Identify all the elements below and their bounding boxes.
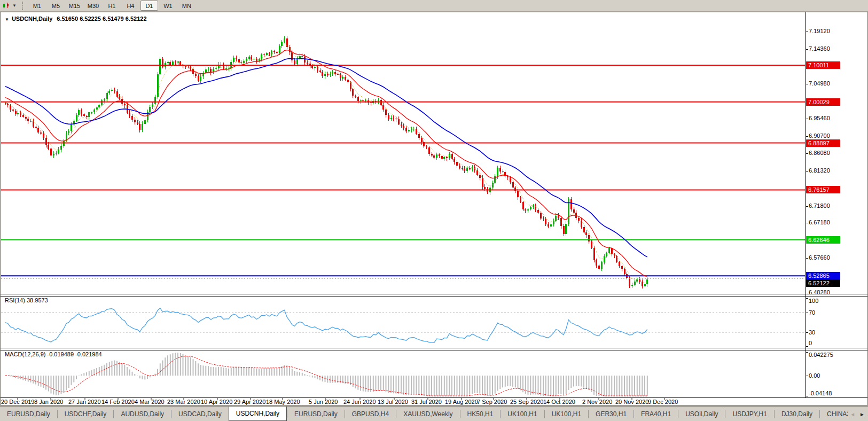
price-axis-label: 6.67180 bbox=[809, 219, 830, 225]
chart-tab-fra40-12[interactable]: FRA40,H1 bbox=[634, 407, 678, 421]
pane-splitter-rsi[interactable] bbox=[1, 294, 867, 297]
timeframe-button-m1[interactable]: M1 bbox=[28, 1, 46, 11]
timeframe-toolbar: ▼ M1M5M15M30H1H4D1W1MN bbox=[0, 0, 868, 12]
chart-window[interactable] bbox=[0, 12, 868, 406]
macd-scale-tick bbox=[806, 376, 808, 376]
timeframe-button-h4[interactable]: H4 bbox=[122, 1, 139, 11]
toolbar-grip[interactable] bbox=[22, 2, 25, 10]
price-axis-tick bbox=[806, 223, 808, 223]
price-axis-tick bbox=[806, 49, 808, 50]
chart-tab-audusd-2[interactable]: AUDUSD,Daily bbox=[114, 407, 171, 421]
macd-name: MACD(12,26,9) bbox=[5, 351, 45, 357]
chart-title: ▼USDCNH,Daily6.51650 6.52225 6.51479 6.5… bbox=[5, 15, 147, 22]
date-axis-line bbox=[1, 397, 867, 398]
macd-scale-label: 0.042275 bbox=[809, 352, 833, 358]
chart-tab-usdcad-3[interactable]: USDCAD,Daily bbox=[171, 407, 229, 421]
date-axis-label: 20 Dec 2019 bbox=[1, 399, 34, 405]
date-axis-label: 23 Mar 2020 bbox=[167, 399, 200, 405]
date-axis-label: 31 Jul 2020 bbox=[411, 399, 442, 405]
price-axis-label: 6.57660 bbox=[809, 254, 830, 261]
rsi-name: RSI(14) bbox=[5, 297, 25, 303]
chart-symbol-label: USDCNH,Daily bbox=[12, 15, 52, 22]
level-price-tag: 6.76157 bbox=[806, 186, 840, 193]
chart-tab-bar: EURUSD,DailyUSDCHF,DailyAUDUSD,DailyUSDC… bbox=[0, 406, 868, 421]
price-axis-tick bbox=[806, 136, 808, 137]
timeframe-buttons: M1M5M15M30H1H4D1W1MN bbox=[28, 1, 196, 11]
chart-tab-uk100-9[interactable]: UK100,H1 bbox=[501, 407, 544, 421]
level-price-tag: 6.88897 bbox=[806, 139, 840, 147]
price-axis-label: 7.14360 bbox=[809, 45, 830, 52]
price-axis-tick bbox=[806, 84, 808, 84]
price-axis-tick bbox=[806, 153, 808, 154]
chart-tab-uk100-10[interactable]: UK100,H1 bbox=[545, 407, 588, 421]
price-axis-label: 6.48280 bbox=[809, 289, 830, 295]
level-price-tag: 7.00029 bbox=[806, 98, 840, 106]
timeframe-button-d1[interactable]: D1 bbox=[140, 1, 158, 11]
timeframe-button-m5[interactable]: M5 bbox=[47, 1, 65, 11]
date-axis-label: 18 May 2020 bbox=[266, 399, 300, 405]
date-axis-label: 29 Apr 2020 bbox=[234, 399, 265, 405]
rsi-scale-tick bbox=[806, 346, 808, 347]
chart-tab-usdcnh-4[interactable]: USDCNH,Daily bbox=[229, 407, 287, 421]
timeframe-button-w1[interactable]: W1 bbox=[159, 1, 177, 11]
chart-tab-xauusd-7[interactable]: XAUUSD,Weekly bbox=[396, 407, 459, 421]
rsi-value: 38.9573 bbox=[27, 297, 48, 303]
macd-values: -0.019489 -0.021984 bbox=[47, 351, 101, 357]
macd-scale-label: 0.00 bbox=[809, 372, 820, 379]
mt4-terminal: ▼ M1M5M15M30H1H4D1W1MN ▼USDCNH,Daily6.51… bbox=[0, 0, 868, 421]
price-axis-label: 6.81320 bbox=[809, 167, 830, 174]
price-axis-tick bbox=[806, 171, 808, 171]
tabs-scroll-right-icon[interactable]: ► bbox=[859, 411, 865, 417]
date-axis-label: 4 Mar 2020 bbox=[135, 399, 165, 405]
chart-mode-icon[interactable]: ▼ bbox=[0, 1, 19, 11]
chart-tab-gbpusd-6[interactable]: GBPUSD,H4 bbox=[345, 407, 396, 421]
rsi-scale-label: 30 bbox=[809, 329, 815, 336]
chart-tab-hk50-8[interactable]: HK50,H1 bbox=[460, 407, 501, 421]
chart-menu-caret-icon[interactable]: ▼ bbox=[5, 17, 9, 22]
chart-tab-eurusd-5[interactable]: EURUSD,Daily bbox=[287, 407, 345, 421]
date-axis-label: 2 Nov 2020 bbox=[582, 399, 612, 405]
date-axis-label: 13 Jul 2020 bbox=[378, 399, 408, 405]
price-axis-label: 6.86080 bbox=[809, 150, 830, 156]
chart-tab-usdchf-1[interactable]: USDCHF,Daily bbox=[58, 407, 114, 421]
rsi-indicator-label: RSI(14) 38.9573 bbox=[5, 297, 48, 303]
date-axis-label: 20 Nov 2020 bbox=[615, 399, 648, 405]
chart-tab-dj30-15[interactable]: DJ30,Daily bbox=[775, 407, 819, 421]
chart-tab-ger30-11[interactable]: GER30,H1 bbox=[589, 407, 634, 421]
rsi-scale-tick bbox=[806, 313, 808, 313]
price-axis-tick bbox=[806, 293, 808, 293]
date-axis-label: 14 Feb 2020 bbox=[101, 399, 135, 405]
rsi-scale-label: 100 bbox=[809, 298, 818, 304]
rsi-scale-tick bbox=[806, 332, 808, 333]
date-axis-label: 24 Jun 2020 bbox=[343, 399, 376, 405]
tab-scrollers: ◄ ► bbox=[848, 407, 867, 421]
macd-scale-tick bbox=[806, 352, 808, 353]
pane-splitter-macd[interactable] bbox=[1, 348, 867, 350]
timeframe-button-h1[interactable]: H1 bbox=[103, 1, 121, 11]
macd-indicator-label: MACD(12,26,9) -0.019489 -0.021984 bbox=[5, 351, 102, 357]
chart-tab-eurusd-0[interactable]: EURUSD,Daily bbox=[0, 407, 57, 421]
level-price-tag: 6.52865 bbox=[806, 272, 840, 279]
chart-tab-usdjpy-14[interactable]: USDJPY,H1 bbox=[725, 407, 773, 421]
rsi-scale-tick bbox=[806, 298, 808, 299]
date-axis-label: 10 Apr 2020 bbox=[201, 399, 232, 405]
date-axis-label: 25 Sep 2020 bbox=[510, 399, 543, 405]
price-axis-tick bbox=[806, 206, 808, 207]
price-axis-label: 7.19120 bbox=[809, 28, 830, 34]
timeframe-button-mn[interactable]: MN bbox=[178, 1, 196, 11]
level-price-tag: 6.62646 bbox=[806, 236, 840, 244]
timeframe-button-m15[interactable]: M15 bbox=[66, 1, 83, 11]
timeframe-button-m30[interactable]: M30 bbox=[84, 1, 102, 11]
date-axis-label: 8 Jan 2020 bbox=[34, 399, 63, 405]
chart-tab-usoil-13[interactable]: USOil,Daily bbox=[678, 407, 725, 421]
chevron-down-icon[interactable]: ▼ bbox=[12, 3, 17, 8]
price-axis-tick bbox=[806, 258, 808, 259]
date-axis-label: 9 Dec 2020 bbox=[648, 399, 678, 405]
price-axis-label: 7.04980 bbox=[809, 80, 830, 87]
macd-scale-tick bbox=[806, 396, 808, 396]
tabs-scroll-left-icon[interactable]: ◄ bbox=[850, 411, 855, 417]
date-axis-label: 27 Jan 2020 bbox=[68, 399, 101, 405]
chart-ohlc-values: 6.51650 6.52225 6.51479 6.52122 bbox=[57, 15, 146, 22]
level-price-tag: 7.10011 bbox=[806, 61, 840, 69]
rsi-scale-label: 70 bbox=[809, 309, 815, 316]
